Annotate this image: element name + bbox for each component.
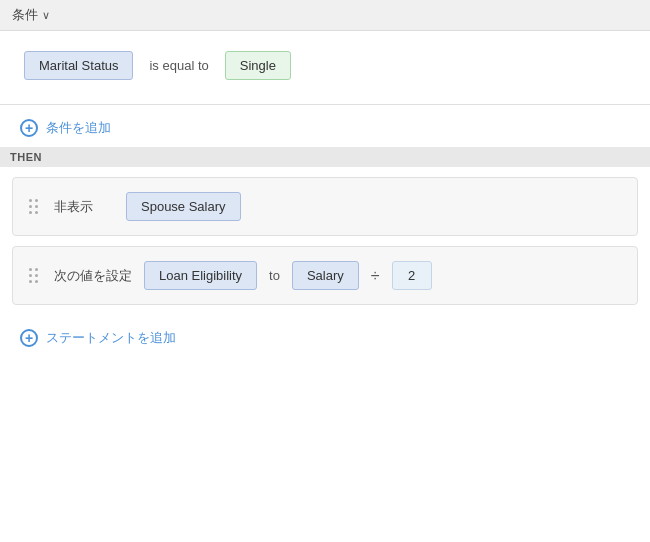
loan-eligibility-button[interactable]: Loan Eligibility xyxy=(144,261,257,290)
conditions-header[interactable]: 条件 ∨ xyxy=(0,0,650,31)
spouse-salary-button[interactable]: Spouse Salary xyxy=(126,192,241,221)
separator-1 xyxy=(0,104,650,105)
hide-statement-card: 非表示 Spouse Salary xyxy=(12,177,638,236)
condition-row: Marital Status is equal to Single xyxy=(0,31,650,100)
set-value-statement-card: 次の値を設定 Loan Eligibility to Salary ÷ 2 xyxy=(12,246,638,305)
add-condition-row[interactable]: + 条件を追加 xyxy=(0,109,650,147)
divisor-value: 2 xyxy=(392,261,432,290)
operator-text: is equal to xyxy=(149,58,208,73)
to-label: to xyxy=(269,268,280,283)
marital-status-button[interactable]: Marital Status xyxy=(24,51,133,80)
drag-dots-2 xyxy=(29,268,38,283)
add-condition-label: 条件を追加 xyxy=(46,119,111,137)
set-value-statement-content: 次の値を設定 Loan Eligibility to Salary ÷ 2 xyxy=(54,261,625,290)
divide-symbol: ÷ xyxy=(371,267,380,285)
chevron-down-icon: ∨ xyxy=(42,9,50,22)
condition-value-button[interactable]: Single xyxy=(225,51,291,80)
drag-handle-2[interactable] xyxy=(25,266,42,285)
then-bar: THEN xyxy=(0,147,650,167)
add-statement-row[interactable]: + ステートメントを追加 xyxy=(0,315,650,361)
hide-statement-content: 非表示 Spouse Salary xyxy=(54,192,625,221)
hide-action-label: 非表示 xyxy=(54,198,114,216)
salary-button[interactable]: Salary xyxy=(292,261,359,290)
add-statement-icon: + xyxy=(20,329,38,347)
then-label: THEN xyxy=(10,151,42,163)
add-condition-icon: + xyxy=(20,119,38,137)
drag-handle-1[interactable] xyxy=(25,197,42,216)
conditions-header-label: 条件 xyxy=(12,6,38,24)
drag-dots-1 xyxy=(29,199,38,214)
add-statement-label: ステートメントを追加 xyxy=(46,329,176,347)
set-value-action-label: 次の値を設定 xyxy=(54,267,132,285)
